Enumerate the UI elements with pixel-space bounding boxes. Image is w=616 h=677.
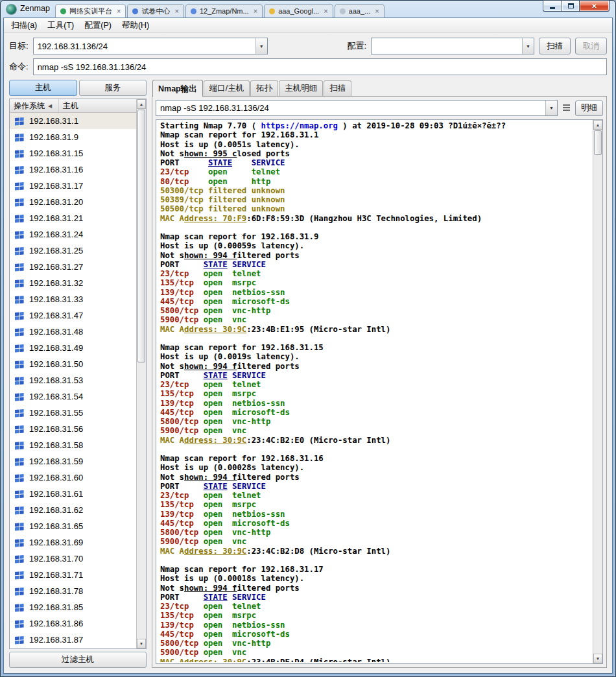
command-entry[interactable] <box>33 58 607 75</box>
browser-tab[interactable]: 试卷中心× <box>127 4 184 18</box>
scan-button[interactable]: 扫描 <box>539 38 571 54</box>
host-ip-label: 192.168.31.85 <box>29 602 83 612</box>
scroll-down-icon[interactable]: ▼ <box>593 654 602 663</box>
host-list-item[interactable]: 192.168.31.24 <box>10 226 136 243</box>
dropdown-arrow-icon[interactable]: ▼ <box>522 38 534 54</box>
host-list-item[interactable]: 192.168.31.15 <box>10 145 136 161</box>
scan-history-input[interactable] <box>156 101 545 115</box>
host-list-item[interactable]: 192.168.31.60 <box>10 469 136 486</box>
filter-hosts-button[interactable]: 过滤主机 <box>9 652 147 668</box>
host-list-item[interactable]: 192.168.31.85 <box>10 599 136 615</box>
tab-topology[interactable]: 拓扑 <box>250 80 278 96</box>
windows-os-icon <box>14 409 25 418</box>
scrollbar-thumb[interactable] <box>594 130 602 155</box>
host-list-item[interactable]: 192.168.31.65 <box>10 518 136 534</box>
services-view-button[interactable]: 服务 <box>79 80 147 96</box>
browser-tab[interactable]: 网络实训平台× <box>55 4 126 18</box>
host-list-item[interactable]: 192.168.31.47 <box>10 307 136 324</box>
host-list-item[interactable]: 192.168.31.62 <box>10 502 136 518</box>
menu-scan[interactable]: 扫描(a) <box>6 19 41 32</box>
tab-close-icon[interactable]: × <box>174 7 178 15</box>
tab-favicon-icon <box>60 8 66 14</box>
menu-help[interactable]: 帮助(H) <box>117 19 154 32</box>
host-list-item[interactable]: 192.168.31.55 <box>10 405 136 421</box>
host-list-item[interactable]: 192.168.31.16 <box>10 161 136 178</box>
close-button[interactable]: ✕ <box>580 0 610 12</box>
profile-combo[interactable]: ▼ <box>371 38 534 54</box>
tab-close-icon[interactable]: × <box>375 7 379 15</box>
dropdown-arrow-icon[interactable]: ▼ <box>545 101 557 115</box>
host-list-item[interactable]: 192.168.31.54 <box>10 388 136 405</box>
host-list-item[interactable]: 192.168.31.50 <box>10 356 136 372</box>
host-list-item[interactable]: 192.168.31.33 <box>10 291 136 307</box>
os-column-header[interactable]: 操作系统 ◀ <box>10 99 59 112</box>
tab-host-details[interactable]: 主机明细 <box>279 80 323 96</box>
host-list-item[interactable]: 192.168.31.9 <box>10 129 136 145</box>
tab-close-icon[interactable]: × <box>117 7 121 15</box>
host-list-item[interactable]: 192.168.31.56 <box>10 421 136 437</box>
tab-title: 试卷中心 <box>141 6 170 16</box>
host-ip-label: 192.168.31.27 <box>29 262 83 272</box>
host-list-item[interactable]: 192.168.31.48 <box>10 324 136 340</box>
host-list-item[interactable]: 192.168.31.78 <box>10 583 136 599</box>
host-list-item[interactable]: 192.168.31.71 <box>10 567 136 583</box>
dropdown-arrow-icon[interactable]: ▼ <box>255 38 267 54</box>
host-list-item[interactable]: 192.168.31.49 <box>10 340 136 356</box>
profile-input[interactable] <box>372 38 522 54</box>
windows-os-icon <box>14 149 25 158</box>
browser-tab[interactable]: 12_Zmap/Nm...× <box>185 4 263 18</box>
host-list-item[interactable]: 192.168.31.27 <box>10 259 136 275</box>
scroll-up-icon[interactable]: ▲ <box>593 120 602 130</box>
nmap-output-tab-content: ▼ 明细 Starting Nmap 7.70 ( https://nmap.o… <box>152 96 607 668</box>
menu-profile[interactable]: 配置(P) <box>80 19 116 32</box>
hamburger-menu-button[interactable] <box>561 101 572 116</box>
maximize-icon <box>568 3 574 8</box>
target-combo[interactable]: ▼ <box>33 38 268 54</box>
hosts-view-button[interactable]: 主机 <box>9 80 77 96</box>
host-list-item[interactable]: 192.168.31.1 <box>10 113 136 129</box>
host-list-item[interactable]: 192.168.31.69 <box>10 534 136 551</box>
browser-tab[interactable]: aaa_Googl...× <box>264 4 333 18</box>
nmap-output-area[interactable]: Starting Nmap 7.70 ( https://nmap.org ) … <box>156 119 603 664</box>
output-line: Host is up (0.0019s latency). <box>160 352 591 361</box>
scan-history-combo[interactable]: ▼ <box>156 100 558 116</box>
minimize-button[interactable] <box>543 0 562 12</box>
host-list-item[interactable]: 192.168.31.21 <box>10 210 136 226</box>
host-list-scrollbar[interactable]: ▲ ▼ <box>136 99 146 648</box>
cancel-button[interactable]: 取消 <box>575 38 607 54</box>
scrollbar-thumb[interactable] <box>137 110 145 362</box>
host-list-item[interactable]: 192.168.31.70 <box>10 551 136 567</box>
host-ip-label: 192.168.31.48 <box>29 327 83 337</box>
host-list-item[interactable]: 192.168.31.53 <box>10 372 136 388</box>
host-list-item[interactable]: 192.168.31.59 <box>10 453 136 469</box>
target-input[interactable] <box>34 38 255 54</box>
tab-ports-hosts[interactable]: 端口/主机 <box>204 80 250 96</box>
host-ip-label: 192.168.31.20 <box>29 197 83 207</box>
host-list-item[interactable]: 192.168.31.86 <box>10 615 136 632</box>
scroll-down-icon[interactable]: ▼ <box>137 639 146 648</box>
maximize-button[interactable] <box>562 0 580 12</box>
host-list-item[interactable]: 192.168.31.87 <box>10 632 136 648</box>
tab-close-icon[interactable]: × <box>254 7 257 15</box>
tab-nmap-output[interactable]: Nmap输出 <box>152 80 203 97</box>
tab-close-icon[interactable]: × <box>324 7 327 15</box>
details-button[interactable]: 明细 <box>575 101 603 116</box>
host-column-header[interactable]: 主机 <box>59 101 136 112</box>
browser-tab[interactable]: aaa_...× <box>335 4 385 18</box>
scroll-up-icon[interactable]: ▲ <box>137 99 146 109</box>
host-list-item[interactable]: 192.168.31.17 <box>10 178 136 194</box>
host-list-item[interactable]: 192.168.31.32 <box>10 275 136 291</box>
tab-favicon-icon <box>132 8 138 14</box>
windows-os-icon <box>14 522 25 531</box>
host-list-item[interactable]: 192.168.31.58 <box>10 437 136 453</box>
host-list-item[interactable]: 192.168.31.61 <box>10 486 136 502</box>
title-bar[interactable]: Zenmap 网络实训平台×试卷中心×12_Zmap/Nm...×aaa_Goo… <box>1 1 615 18</box>
host-list-item[interactable]: 192.168.31.25 <box>10 243 136 259</box>
tab-scans[interactable]: 扫描 <box>324 80 351 96</box>
host-list-item[interactable]: 192.168.31.20 <box>10 194 136 210</box>
output-line: 50389/tcp filtered unknown <box>160 195 591 204</box>
output-scrollbar[interactable]: ▲ ▼ <box>593 120 602 663</box>
zenmap-window: Zenmap 网络实训平台×试卷中心×12_Zmap/Nm...×aaa_Goo… <box>0 0 616 677</box>
menu-tools[interactable]: 工具(T) <box>43 19 78 32</box>
command-input[interactable] <box>34 59 606 75</box>
